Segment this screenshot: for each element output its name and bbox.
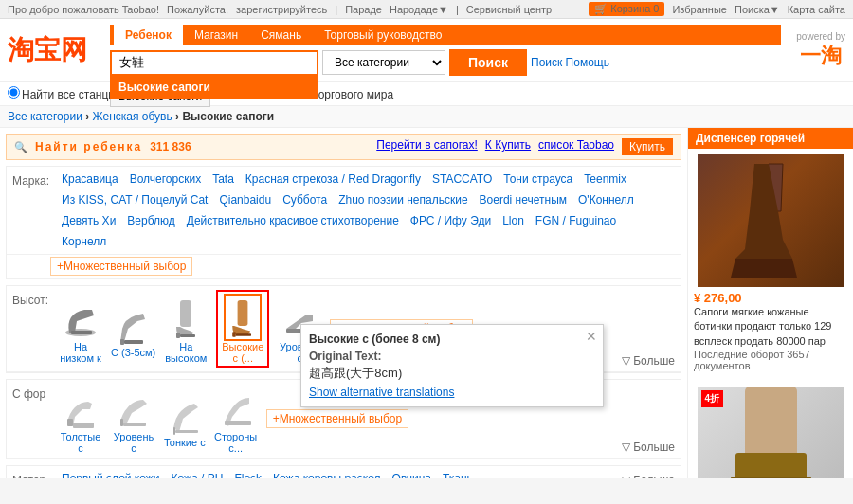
sidebar-product-2: 4折 限今日4折=包邮=65元 ¥ 65,00 Половина суммы —… xyxy=(688,381,853,478)
brand-tag[interactable]: Tata xyxy=(209,171,238,188)
brand-tag[interactable]: Корнелл xyxy=(58,233,110,250)
search-map-link[interactable]: Поиска▼ xyxy=(735,4,780,15)
very-high-heel-icon-box xyxy=(224,294,262,341)
svg-rect-9 xyxy=(236,333,251,336)
brand-tag[interactable]: Красавица xyxy=(58,171,122,188)
show-alternatives-link[interactable]: Show alternative translations xyxy=(309,386,454,399)
tab-store[interactable]: Магазин xyxy=(183,25,249,45)
height-label: Высот: xyxy=(12,290,50,307)
brand-tag[interactable]: Верблюд xyxy=(123,212,178,229)
brand-tag[interactable]: Действительно красивое стихотворение xyxy=(183,212,403,229)
map-link[interactable]: Карта сайта xyxy=(788,4,845,15)
login-link[interactable]: Пожалуйста, xyxy=(167,4,228,15)
sub-nav-option-1[interactable]: Найти все станции xyxy=(8,86,121,101)
side-form-icon-box xyxy=(217,384,255,431)
material-more[interactable]: ▽ Больше xyxy=(622,474,675,478)
form-item-thin[interactable]: Тонкие с xyxy=(164,389,206,448)
svg-rect-16 xyxy=(175,430,198,433)
find-link-3[interactable]: список Taobao xyxy=(538,138,614,155)
product-1-stats: Последние оборот 3657 документов xyxy=(694,349,847,371)
height-item-high[interactable]: На высоком xyxy=(163,294,209,364)
brand-tag[interactable]: Teenmix xyxy=(580,171,630,188)
svg-rect-3 xyxy=(124,340,143,344)
buy-button[interactable]: Купить xyxy=(622,138,673,155)
form-item-thick[interactable]: Толстые с xyxy=(58,384,103,454)
brand-tag[interactable]: Тони страуса xyxy=(499,171,576,188)
breadcrumb-sep1: › xyxy=(85,110,92,123)
brand-tag[interactable]: O'Коннелл xyxy=(574,191,638,208)
brand-tag[interactable]: Zhuo поэзии непальские xyxy=(335,191,471,208)
collections-link[interactable]: Избранные xyxy=(672,4,727,15)
search-button[interactable]: Поиск xyxy=(449,49,527,76)
welcome-text: Про добро пожаловать Taobao! xyxy=(8,4,159,15)
brand-tag[interactable]: FGN / Fuguinao xyxy=(532,212,620,229)
form-item-level[interactable]: Уровень с xyxy=(111,384,156,454)
brand-tag[interactable]: Девять Хи xyxy=(58,212,119,229)
thick-form-icon xyxy=(62,387,100,429)
cart-button[interactable]: 🛒 Корзина 0 xyxy=(589,2,664,16)
main-content: 🔍 Найти ребенка 311 836 Перейти в сапога… xyxy=(0,128,687,478)
material-tag[interactable]: Кожа коровы раскол xyxy=(269,470,384,478)
material-tag[interactable]: Первый слой кожи xyxy=(58,470,164,478)
tab-trade[interactable]: Торговый руководство xyxy=(313,25,453,45)
find-link-1[interactable]: Перейти в сапогаx! xyxy=(376,138,478,155)
form-more[interactable]: ▽ Больше xyxy=(622,441,675,454)
low-heel-icon xyxy=(62,297,100,339)
brand-tag[interactable]: Из KISS, CAT / Поцелуй Cat xyxy=(58,191,211,208)
find-link-2[interactable]: К Купить xyxy=(485,138,531,155)
separator2: | xyxy=(456,4,459,15)
original-text-label: Original Text: xyxy=(309,350,381,363)
svg-rect-18 xyxy=(745,387,797,462)
material-tag[interactable]: Flock xyxy=(230,470,265,478)
help-link[interactable]: Поиск Помощь xyxy=(531,56,609,69)
svg-rect-17 xyxy=(225,421,251,425)
tooltip-close-button[interactable]: ✕ xyxy=(586,329,597,344)
form-multiple-choice[interactable]: +Множественный выбор xyxy=(266,409,408,428)
breadcrumb-all[interactable]: Все категории xyxy=(8,110,82,123)
brand-tag[interactable]: Qianbaidu xyxy=(215,191,275,208)
thin-form-icon-box xyxy=(166,389,204,437)
breadcrumb-women[interactable]: Женская обувь xyxy=(93,110,172,123)
brand-tag[interactable]: ФРС / Ифу Эди xyxy=(407,212,495,229)
product-1-desc: Сапоги мягкие кожаные ботинки продают то… xyxy=(694,305,847,349)
material-tag[interactable]: Кожа / PU xyxy=(168,470,227,478)
center-link[interactable]: Народаде▼ xyxy=(390,4,448,15)
content-area: 🔍 Найти ребенка 311 836 Перейти в сапога… xyxy=(0,128,853,478)
thin-form-icon xyxy=(166,392,204,435)
high-heel-boot-icon xyxy=(167,297,205,339)
register-link[interactable]: зарегистрируйтесь xyxy=(236,4,327,15)
height-item-very-high[interactable]: Высокие с (... xyxy=(216,290,269,368)
form-item-side[interactable]: Стороны с... xyxy=(213,384,259,454)
find-bar: 🔍 Найти ребенка 311 836 Перейти в сапога… xyxy=(6,134,681,160)
service-link[interactable]: Сервисный центр xyxy=(466,4,552,15)
brand-tag[interactable]: Boerdi нечетным xyxy=(476,191,571,208)
brand-tag[interactable]: Llon xyxy=(499,212,528,229)
svg-rect-19 xyxy=(735,453,807,478)
top-bar: Про добро пожаловать Taobao! Пожалуйста,… xyxy=(0,0,853,19)
cart-icon: 🛒 xyxy=(594,3,608,14)
svg-rect-8 xyxy=(232,332,236,336)
height-item-mid[interactable]: С (3-5см) xyxy=(111,299,155,358)
brand-tag[interactable]: Красная стрекоза / Red Dragonfly xyxy=(242,171,425,188)
tooltip-popup: ✕ Высокие с (более 8 см) Original Text: … xyxy=(300,324,604,407)
brand-tag[interactable]: Волчегорских xyxy=(126,171,206,188)
brand-tag[interactable]: Суббота xyxy=(279,191,331,208)
sub-nav-radio-1[interactable] xyxy=(8,86,20,99)
nav-tabs: Ребенок Магазин Сямань Торговый руководс… xyxy=(110,25,781,45)
form-label: С фор xyxy=(12,384,50,401)
boot-svg xyxy=(698,154,844,287)
logo: 淘宝网 xyxy=(8,32,87,68)
tab-child[interactable]: Ребенок xyxy=(114,25,183,45)
tab-xiamen[interactable]: Сямань xyxy=(249,25,313,45)
favorite-link[interactable]: Параде xyxy=(345,4,382,15)
autocomplete-item[interactable]: Высокие сапоги xyxy=(111,77,318,98)
height-more[interactable]: ▽ Больше xyxy=(622,354,675,368)
brand-multiple-choice[interactable]: +Множественный выбор xyxy=(50,257,192,276)
material-tag[interactable]: Овчина xyxy=(389,470,435,478)
brand-tag[interactable]: STACCATO xyxy=(428,171,496,188)
height-item-low[interactable]: На низком к xyxy=(58,294,103,364)
search-input[interactable] xyxy=(110,50,318,76)
material-tag[interactable]: Ткань xyxy=(439,470,477,478)
category-select[interactable]: Все категории xyxy=(322,50,445,75)
thick-form-icon-box xyxy=(62,384,100,431)
